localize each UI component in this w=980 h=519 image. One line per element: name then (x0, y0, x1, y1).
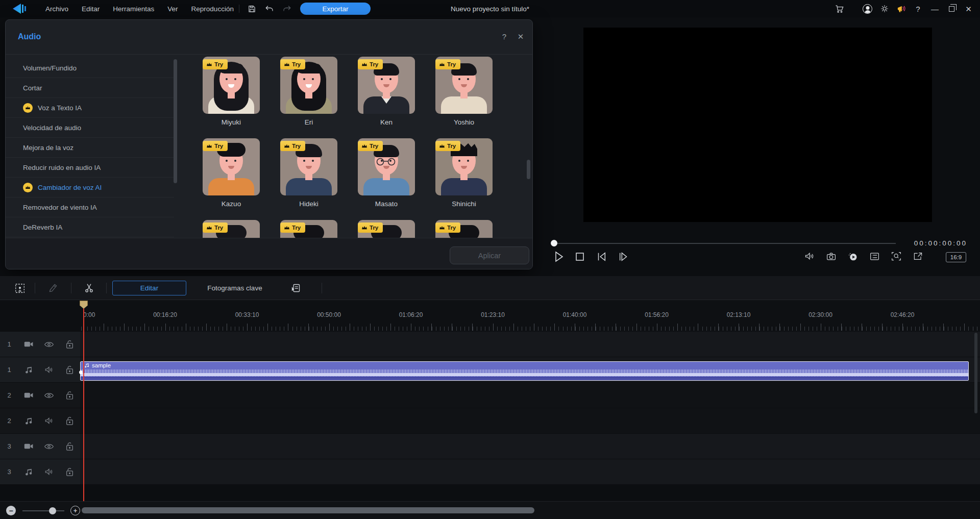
voice-card[interactable]: Try Eri (280, 57, 337, 138)
save-icon[interactable] (245, 0, 258, 17)
draw-pen-icon[interactable] (44, 276, 62, 300)
account-icon[interactable] (861, 0, 874, 17)
track-lock-icon[interactable] (59, 467, 80, 476)
track-toggle-icon[interactable] (39, 366, 59, 374)
redo-icon[interactable] (280, 0, 293, 17)
stop-button[interactable] (575, 251, 584, 262)
timeline-lane[interactable] (80, 434, 980, 459)
tab-editar[interactable]: Editar (112, 281, 186, 295)
audio-tool-item[interactable]: Cambiador de voz AI (6, 178, 174, 197)
play-button[interactable] (554, 251, 564, 262)
try-badge[interactable]: Try (435, 59, 460, 69)
track-toggle-icon[interactable] (39, 468, 59, 476)
clip-left-handle[interactable] (79, 370, 83, 374)
track-lock-icon[interactable] (59, 442, 80, 451)
zoom-in-button[interactable]: + (70, 506, 80, 515)
audio-tool-item[interactable]: Cortar (6, 78, 174, 98)
track-toggle-icon[interactable] (39, 417, 59, 425)
timeline-vertical-scrollbar[interactable] (974, 333, 977, 413)
menu-item[interactable]: Herramientas (106, 0, 161, 17)
audio-tool-item[interactable]: DeReverb IA (6, 217, 174, 237)
voice-card[interactable]: Try (358, 220, 415, 238)
sidebar-scrollbar[interactable] (174, 59, 177, 183)
timeline-lane[interactable] (80, 332, 980, 357)
voice-card[interactable]: Try Ken (358, 57, 415, 138)
voice-card[interactable]: Try Yoshio (435, 57, 493, 138)
render-preview-icon[interactable] (848, 251, 858, 261)
timeline-lane[interactable] (80, 408, 980, 434)
help-icon[interactable]: ? (912, 0, 924, 17)
seek-knob[interactable] (551, 240, 557, 246)
voice-card[interactable]: Try Shinichi (435, 138, 493, 220)
voice-grid-scrollbar[interactable] (527, 160, 530, 179)
menu-item[interactable]: Reproducción (185, 0, 240, 17)
try-badge[interactable]: Try (203, 141, 228, 151)
track-toggle-icon[interactable] (39, 341, 59, 348)
try-badge[interactable]: Try (280, 223, 305, 233)
timeline-zoom-slider[interactable] (22, 510, 64, 511)
restore-window-icon[interactable] (945, 0, 958, 17)
preview-zoom-icon[interactable] (891, 251, 901, 261)
timeline-lane[interactable] (80, 383, 980, 408)
audio-tool-item[interactable]: Velocidad de audio (6, 118, 174, 138)
keyframe-list-icon[interactable] (287, 276, 304, 300)
voice-card[interactable]: Try (280, 220, 337, 238)
panel-help-icon[interactable]: ? (499, 32, 510, 41)
zoom-out-button[interactable]: − (6, 506, 16, 515)
promo-megaphone-icon[interactable] (895, 0, 908, 17)
voice-card[interactable]: Try (203, 220, 260, 238)
voice-card[interactable]: Try (435, 220, 493, 238)
audio-tool-item[interactable]: Voz a Texto IA (6, 98, 174, 118)
timeline-ruler[interactable]: 0:0000:16:2000:33:1000:50:0001:06:2001:2… (80, 300, 980, 332)
track-lock-icon[interactable] (59, 391, 80, 400)
try-badge[interactable]: Try (358, 59, 383, 69)
voice-card[interactable]: Try Miyuki (203, 57, 260, 138)
undo-icon[interactable] (263, 0, 276, 17)
snapshot-camera-icon[interactable] (826, 252, 836, 261)
cart-icon[interactable] (833, 0, 846, 17)
seek-track[interactable] (554, 243, 896, 244)
audio-tool-item[interactable]: Removedor de viento IA (6, 197, 174, 217)
track-lock-icon[interactable] (59, 365, 80, 374)
try-badge[interactable]: Try (435, 223, 460, 233)
voice-card[interactable]: Try Hideki (280, 138, 337, 220)
export-button[interactable]: Exportar (300, 3, 371, 15)
try-badge[interactable]: Try (203, 223, 228, 233)
try-badge[interactable]: Try (435, 141, 460, 151)
timeline-lane[interactable] (80, 459, 980, 485)
voice-card[interactable]: Try Kazuo (203, 138, 260, 220)
track-lock-icon[interactable] (59, 340, 80, 349)
track-lock-icon[interactable] (59, 416, 80, 425)
minimize-icon[interactable]: — (928, 0, 941, 17)
track-toggle-icon[interactable] (39, 392, 59, 399)
voice-card[interactable]: Try Masato (358, 138, 415, 220)
audio-tool-item[interactable]: Mejora de la voz (6, 138, 174, 158)
track-toggle-icon[interactable] (39, 443, 59, 450)
next-frame-button[interactable] (618, 251, 629, 262)
transform-tool-icon[interactable] (11, 276, 29, 300)
split-scissors-icon[interactable] (80, 276, 97, 300)
try-badge[interactable]: Try (358, 223, 383, 233)
timeline-zoom-knob[interactable] (49, 507, 56, 514)
aspect-ratio-badge[interactable]: 16:9 (946, 252, 966, 262)
audio-clip[interactable]: sample (80, 361, 969, 381)
volume-icon[interactable] (804, 252, 815, 261)
timeline-horizontal-scrollbar[interactable] (82, 507, 534, 513)
audio-tool-item[interactable]: Reducir ruido en audio IA (6, 158, 174, 178)
detach-preview-icon[interactable] (913, 252, 923, 261)
menu-item[interactable]: Archivo (39, 0, 75, 17)
menu-item[interactable]: Editar (75, 0, 106, 17)
previous-frame-button[interactable] (596, 251, 607, 262)
marker-list-icon[interactable] (870, 252, 879, 261)
settings-gear-icon[interactable] (878, 0, 891, 17)
try-badge[interactable]: Try (203, 59, 228, 69)
audio-tool-item[interactable]: Volumen/Fundido (6, 58, 174, 78)
tab-fotogramas-clave[interactable]: Fotogramas clave (194, 281, 276, 295)
panel-close-icon[interactable]: ✕ (515, 32, 526, 41)
try-badge[interactable]: Try (280, 59, 305, 69)
close-window-icon[interactable]: ✕ (962, 0, 975, 17)
menu-item[interactable]: Ver (161, 0, 184, 17)
try-badge[interactable]: Try (280, 141, 305, 151)
try-badge[interactable]: Try (358, 141, 383, 151)
apply-button[interactable]: Aplicar (450, 246, 529, 264)
